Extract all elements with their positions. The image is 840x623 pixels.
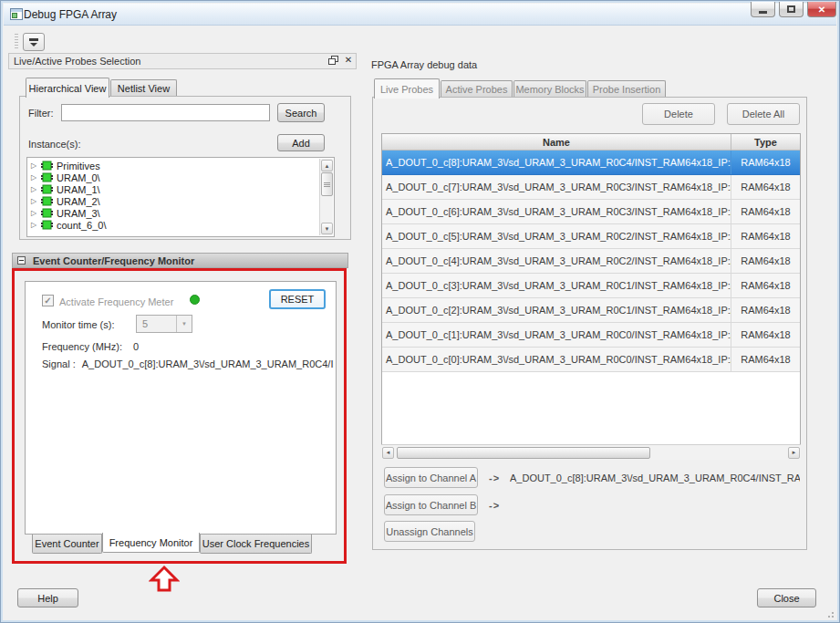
instance-tree[interactable]: ▷ Primitives ▷ URAM_0\ ▷ URAM_1\ ▷ URAM_… bbox=[26, 157, 335, 237]
instance-chip-icon bbox=[41, 184, 53, 194]
close-button[interactable]: Close bbox=[757, 588, 816, 607]
dropdown-caret-icon: ▼ bbox=[176, 316, 192, 332]
assign-channel-b-button[interactable]: Assign to Channel B bbox=[384, 494, 478, 515]
filter-label: Filter: bbox=[28, 108, 54, 119]
instance-chip-icon bbox=[41, 172, 53, 182]
frequency-label: Frequency (MHz): bbox=[42, 341, 122, 352]
debug-fpga-array-window: Debug FPGA Array ✕ Live/Active Probes Se… bbox=[0, 0, 840, 623]
table-horizontal-scrollbar[interactable]: ◄ ► bbox=[381, 444, 801, 460]
channel-b-arrow: -> bbox=[489, 500, 500, 511]
expander-icon[interactable]: ▷ bbox=[31, 221, 40, 229]
activate-frequency-meter-checkbox[interactable]: ✓ bbox=[42, 295, 54, 306]
tree-item[interactable]: ▷ count_6_0\ bbox=[27, 219, 334, 231]
expander-icon[interactable]: ▷ bbox=[31, 173, 40, 182]
scrollbar-thumb[interactable] bbox=[321, 172, 333, 196]
filter-input[interactable] bbox=[61, 104, 270, 121]
table-row[interactable]: A_DOUT_0_c[4]:URAM_3\/sd_URAM_3_URAM_R0C… bbox=[382, 249, 800, 274]
signal-value: A_DOUT_0_c[8]:URAM_3\/sd_URAM_3_URAM_R0C… bbox=[82, 358, 334, 369]
window-icon bbox=[10, 8, 23, 20]
highlight-arrow-icon bbox=[149, 565, 180, 593]
window-titlebar[interactable]: Debug FPGA Array bbox=[4, 4, 836, 26]
check-icon: ✓ bbox=[44, 296, 51, 306]
tab-live-probes[interactable]: Live Probes bbox=[374, 78, 440, 99]
unassign-channels-button[interactable]: Unassign Channels bbox=[384, 521, 475, 542]
minimize-icon bbox=[759, 11, 767, 14]
probes-panel-title: Live/Active Probes Selection bbox=[14, 56, 140, 67]
table-row[interactable]: A_DOUT_0_c[1]:URAM_3\/sd_URAM_3_URAM_R0C… bbox=[382, 323, 800, 348]
table-row[interactable]: A_DOUT_0_c[0]:URAM_3\/sd_URAM_3_URAM_R0C… bbox=[382, 348, 800, 372]
table-row[interactable]: A_DOUT_0_c[6]:URAM_3\/sd_URAM_3_URAM_R0C… bbox=[382, 200, 800, 224]
table-row[interactable]: A_DOUT_0_c[7]:URAM_3\/sd_URAM_3_URAM_R0C… bbox=[382, 175, 800, 200]
window-title: Debug FPGA Array bbox=[24, 8, 117, 21]
delete-button[interactable]: Delete bbox=[642, 103, 715, 125]
scrollbar-thumb[interactable] bbox=[397, 447, 650, 459]
tab-event-counter[interactable]: Event Counter bbox=[32, 535, 102, 554]
signal-line: Signal : A_DOUT_0_c[8]:URAM_3\/sd_URAM_3… bbox=[42, 358, 334, 369]
delete-all-button[interactable]: Delete All bbox=[727, 103, 800, 125]
instances-label: Instance(s): bbox=[28, 139, 80, 150]
signal-label: Signal : bbox=[42, 358, 76, 369]
tab-frequency-monitor[interactable]: Frequency Monitor bbox=[102, 533, 200, 553]
instance-chip-icon bbox=[41, 161, 53, 171]
toolbar-drag-handle[interactable] bbox=[15, 34, 18, 50]
column-header-name[interactable]: Name bbox=[382, 134, 731, 150]
assign-channel-a-button[interactable]: Assign to Channel A bbox=[384, 467, 478, 488]
channel-a-value: A_DOUT_0_c[8]:URAM_3\/sd_URAM_3_URAM_R0C… bbox=[510, 472, 800, 483]
channel-a-arrow: -> bbox=[489, 472, 500, 483]
frequency-value: 0 bbox=[133, 341, 139, 352]
collapse-all-icon bbox=[29, 38, 38, 41]
toolbar-collapse-button[interactable] bbox=[23, 33, 45, 51]
tree-item[interactable]: ▷ URAM_2\ bbox=[27, 195, 334, 207]
tab-hierarchical-view[interactable]: Hierarchical View bbox=[26, 78, 109, 98]
tree-vertical-scrollbar[interactable]: ▲ ▼ bbox=[319, 159, 333, 235]
tab-probe-insertion[interactable]: Probe Insertion bbox=[587, 80, 666, 97]
close-icon: ✕ bbox=[818, 5, 825, 15]
expander-icon[interactable]: ▷ bbox=[31, 209, 40, 217]
maximize-icon bbox=[787, 5, 795, 13]
expander-icon[interactable]: ▷ bbox=[31, 185, 40, 193]
minimize-button[interactable] bbox=[751, 2, 775, 17]
help-button[interactable]: Help bbox=[17, 588, 78, 607]
debug-panel-title: FPGA Array debug data bbox=[371, 59, 477, 70]
table-row[interactable]: A_DOUT_0_c[8]:URAM_3\/sd_URAM_3_URAM_R0C… bbox=[382, 151, 800, 175]
maximize-button[interactable] bbox=[779, 2, 804, 17]
table-row[interactable]: A_DOUT_0_c[2]:URAM_3\/sd_URAM_3_URAM_R0C… bbox=[382, 298, 800, 323]
collapse-section-icon[interactable] bbox=[17, 256, 26, 265]
scroll-left-icon[interactable]: ◄ bbox=[382, 447, 394, 459]
status-indicator-icon bbox=[190, 295, 200, 305]
expander-icon[interactable]: ▷ bbox=[31, 197, 40, 205]
monitor-section-header[interactable]: Event Counter/Frequency Monitor bbox=[12, 253, 348, 268]
monitor-time-label: Monitor time (s): bbox=[42, 319, 114, 330]
close-panel-icon[interactable]: ✕ bbox=[343, 54, 354, 65]
float-panel-icon[interactable] bbox=[328, 56, 338, 66]
table-row[interactable]: A_DOUT_0_c[5]:URAM_3\/sd_URAM_3_URAM_R0C… bbox=[382, 224, 800, 249]
instance-chip-icon bbox=[41, 220, 53, 230]
scroll-right-icon[interactable]: ► bbox=[788, 447, 800, 459]
instance-chip-icon bbox=[41, 196, 53, 206]
activate-frequency-meter-label: Activate Frequency Meter bbox=[59, 296, 173, 307]
tree-item[interactable]: ▷ URAM_3\ bbox=[27, 207, 334, 219]
scroll-down-icon[interactable]: ▼ bbox=[321, 223, 333, 234]
tab-user-clock-frequencies[interactable]: User Clock Frequencies bbox=[200, 535, 312, 554]
tab-memory-blocks[interactable]: Memory Blocks bbox=[513, 80, 586, 97]
tree-item[interactable]: ▷ URAM_1\ bbox=[27, 183, 334, 195]
tab-netlist-view[interactable]: Netlist View bbox=[110, 79, 177, 96]
tree-item[interactable]: ▷ Primitives bbox=[27, 160, 334, 171]
column-header-type[interactable]: Type bbox=[731, 134, 800, 150]
expander-icon[interactable]: ▷ bbox=[31, 161, 40, 170]
scroll-up-icon[interactable]: ▲ bbox=[321, 160, 333, 171]
tree-item[interactable]: ▷ URAM_0\ bbox=[27, 171, 334, 183]
table-header[interactable]: Name Type bbox=[382, 134, 800, 151]
probes-panel-titlebar: Live/Active Probes Selection bbox=[8, 53, 357, 69]
live-probes-table: Name Type A_DOUT_0_c[8]:URAM_3\/sd_URAM_… bbox=[381, 133, 801, 445]
reset-button[interactable]: RESET bbox=[269, 289, 326, 309]
search-button[interactable]: Search bbox=[277, 103, 325, 122]
monitor-time-select[interactable]: 5 ▼ bbox=[136, 315, 192, 333]
resize-grip[interactable] bbox=[824, 608, 834, 618]
instance-chip-icon bbox=[41, 208, 53, 218]
tab-active-probes[interactable]: Active Probes bbox=[441, 80, 513, 97]
table-row[interactable]: A_DOUT_0_c[3]:URAM_3\/sd_URAM_3_URAM_R0C… bbox=[382, 274, 800, 298]
close-window-button[interactable]: ✕ bbox=[807, 2, 836, 17]
add-button[interactable]: Add bbox=[277, 134, 325, 151]
